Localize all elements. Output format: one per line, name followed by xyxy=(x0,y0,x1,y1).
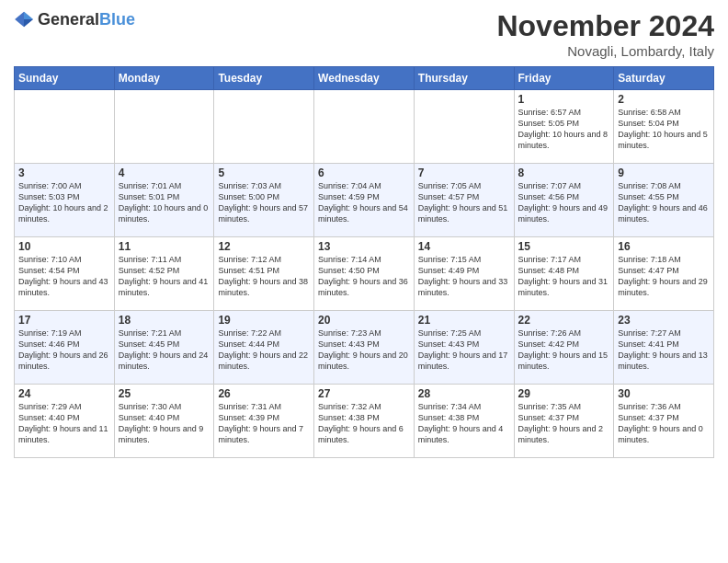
calendar-cell: 3Sunrise: 7:00 AM Sunset: 5:03 PM Daylig… xyxy=(15,164,115,237)
day-info: Sunrise: 7:04 AM Sunset: 4:59 PM Dayligh… xyxy=(318,180,410,225)
day-info: Sunrise: 7:00 AM Sunset: 5:03 PM Dayligh… xyxy=(18,180,110,225)
calendar-cell: 27Sunrise: 7:32 AM Sunset: 4:38 PM Dayli… xyxy=(314,385,415,458)
day-number: 14 xyxy=(418,240,510,253)
calendar-cell: 16Sunrise: 7:18 AM Sunset: 4:47 PM Dayli… xyxy=(614,237,714,311)
day-number: 9 xyxy=(618,167,710,179)
day-info: Sunrise: 7:22 AM Sunset: 4:44 PM Dayligh… xyxy=(218,327,310,373)
calendar-cell xyxy=(114,90,214,164)
day-number: 27 xyxy=(318,387,410,400)
location: Novagli, Lombardy, Italy xyxy=(496,43,714,59)
day-number: 20 xyxy=(318,314,410,327)
weekday-header-saturday: Saturday xyxy=(614,67,714,90)
calendar-cell: 22Sunrise: 7:26 AM Sunset: 4:42 PM Dayli… xyxy=(514,311,614,385)
calendar-cell: 8Sunrise: 7:07 AM Sunset: 4:56 PM Daylig… xyxy=(514,164,614,237)
calendar-cell: 10Sunrise: 7:10 AM Sunset: 4:54 PM Dayli… xyxy=(15,237,115,311)
day-number: 26 xyxy=(218,387,310,400)
calendar-cell: 4Sunrise: 7:01 AM Sunset: 5:01 PM Daylig… xyxy=(114,164,214,237)
calendar-week-3: 10Sunrise: 7:10 AM Sunset: 4:54 PM Dayli… xyxy=(15,237,714,311)
day-number: 16 xyxy=(618,240,710,253)
calendar-cell: 21Sunrise: 7:25 AM Sunset: 4:43 PM Dayli… xyxy=(414,311,514,385)
calendar-week-2: 3Sunrise: 7:00 AM Sunset: 5:03 PM Daylig… xyxy=(15,164,714,237)
day-number: 30 xyxy=(618,387,710,400)
day-number: 17 xyxy=(18,314,110,327)
day-number: 8 xyxy=(518,167,610,179)
weekday-header-wednesday: Wednesday xyxy=(314,67,415,90)
day-info: Sunrise: 7:15 AM Sunset: 4:49 PM Dayligh… xyxy=(418,254,510,299)
day-info: Sunrise: 7:07 AM Sunset: 4:56 PM Dayligh… xyxy=(518,180,610,225)
day-number: 6 xyxy=(318,167,410,179)
calendar-cell: 11Sunrise: 7:11 AM Sunset: 4:52 PM Dayli… xyxy=(114,237,214,311)
day-number: 11 xyxy=(119,240,210,253)
calendar-cell: 30Sunrise: 7:36 AM Sunset: 4:37 PM Dayli… xyxy=(614,385,714,458)
day-info: Sunrise: 7:25 AM Sunset: 4:43 PM Dayligh… xyxy=(418,327,510,373)
logo: GeneralBlue xyxy=(14,9,135,29)
day-info: Sunrise: 7:11 AM Sunset: 4:52 PM Dayligh… xyxy=(119,254,210,299)
day-number: 24 xyxy=(18,387,110,400)
calendar-cell xyxy=(15,90,115,164)
day-info: Sunrise: 6:57 AM Sunset: 5:05 PM Dayligh… xyxy=(518,107,610,152)
day-info: Sunrise: 7:31 AM Sunset: 4:39 PM Dayligh… xyxy=(218,401,310,446)
day-info: Sunrise: 7:35 AM Sunset: 4:37 PM Dayligh… xyxy=(518,401,610,446)
day-info: Sunrise: 7:21 AM Sunset: 4:45 PM Dayligh… xyxy=(119,327,210,373)
day-info: Sunrise: 7:14 AM Sunset: 4:50 PM Dayligh… xyxy=(318,254,410,299)
weekday-header-friday: Friday xyxy=(514,67,614,90)
weekday-header-row: SundayMondayTuesdayWednesdayThursdayFrid… xyxy=(15,67,714,90)
day-info: Sunrise: 7:26 AM Sunset: 4:42 PM Dayligh… xyxy=(518,327,610,373)
day-info: Sunrise: 7:19 AM Sunset: 4:46 PM Dayligh… xyxy=(18,327,110,373)
day-info: Sunrise: 7:05 AM Sunset: 4:57 PM Dayligh… xyxy=(418,180,510,225)
weekday-header-monday: Monday xyxy=(114,67,214,90)
day-number: 10 xyxy=(18,240,110,253)
calendar-week-4: 17Sunrise: 7:19 AM Sunset: 4:46 PM Dayli… xyxy=(15,311,714,385)
calendar-cell: 9Sunrise: 7:08 AM Sunset: 4:55 PM Daylig… xyxy=(614,164,714,237)
page-container: GeneralBlue November 2024 Novagli, Lomba… xyxy=(0,0,728,467)
day-info: Sunrise: 7:10 AM Sunset: 4:54 PM Dayligh… xyxy=(18,254,110,299)
day-info: Sunrise: 7:12 AM Sunset: 4:51 PM Dayligh… xyxy=(218,254,310,299)
calendar-cell: 13Sunrise: 7:14 AM Sunset: 4:50 PM Dayli… xyxy=(314,237,415,311)
day-info: Sunrise: 7:18 AM Sunset: 4:47 PM Dayligh… xyxy=(618,254,710,299)
calendar-cell xyxy=(414,90,514,164)
title-block: November 2024 Novagli, Lombardy, Italy xyxy=(496,9,714,59)
calendar-cell: 19Sunrise: 7:22 AM Sunset: 4:44 PM Dayli… xyxy=(214,311,314,385)
calendar-cell: 15Sunrise: 7:17 AM Sunset: 4:48 PM Dayli… xyxy=(514,237,614,311)
month-title: November 2024 xyxy=(496,9,714,43)
calendar-cell: 23Sunrise: 7:27 AM Sunset: 4:41 PM Dayli… xyxy=(614,311,714,385)
calendar-cell: 29Sunrise: 7:35 AM Sunset: 4:37 PM Dayli… xyxy=(514,385,614,458)
calendar-cell: 25Sunrise: 7:30 AM Sunset: 4:40 PM Dayli… xyxy=(114,385,214,458)
day-number: 19 xyxy=(218,314,310,327)
day-number: 12 xyxy=(218,240,310,253)
day-number: 5 xyxy=(218,167,310,179)
calendar-cell: 17Sunrise: 7:19 AM Sunset: 4:46 PM Dayli… xyxy=(15,311,115,385)
day-info: Sunrise: 7:17 AM Sunset: 4:48 PM Dayligh… xyxy=(518,254,610,299)
day-number: 2 xyxy=(618,93,710,106)
day-info: Sunrise: 7:08 AM Sunset: 4:55 PM Dayligh… xyxy=(618,180,710,225)
day-info: Sunrise: 7:34 AM Sunset: 4:38 PM Dayligh… xyxy=(418,401,510,446)
day-info: Sunrise: 7:01 AM Sunset: 5:01 PM Dayligh… xyxy=(119,180,210,225)
day-number: 21 xyxy=(418,314,510,327)
calendar-cell: 18Sunrise: 7:21 AM Sunset: 4:45 PM Dayli… xyxy=(114,311,214,385)
calendar-week-1: 1Sunrise: 6:57 AM Sunset: 5:05 PM Daylig… xyxy=(15,90,714,164)
weekday-header-thursday: Thursday xyxy=(414,67,514,90)
calendar-cell: 24Sunrise: 7:29 AM Sunset: 4:40 PM Dayli… xyxy=(15,385,115,458)
calendar-cell: 1Sunrise: 6:57 AM Sunset: 5:05 PM Daylig… xyxy=(514,90,614,164)
weekday-header-tuesday: Tuesday xyxy=(214,67,314,90)
calendar-cell: 28Sunrise: 7:34 AM Sunset: 4:38 PM Dayli… xyxy=(414,385,514,458)
day-number: 4 xyxy=(119,167,210,179)
day-number: 18 xyxy=(119,314,210,327)
calendar-table: SundayMondayTuesdayWednesdayThursdayFrid… xyxy=(14,66,714,458)
day-info: Sunrise: 6:58 AM Sunset: 5:04 PM Dayligh… xyxy=(618,107,710,152)
calendar-cell: 6Sunrise: 7:04 AM Sunset: 4:59 PM Daylig… xyxy=(314,164,415,237)
day-info: Sunrise: 7:36 AM Sunset: 4:37 PM Dayligh… xyxy=(618,401,710,446)
day-number: 23 xyxy=(618,314,710,327)
calendar-cell xyxy=(314,90,415,164)
day-number: 28 xyxy=(418,387,510,400)
calendar-week-5: 24Sunrise: 7:29 AM Sunset: 4:40 PM Dayli… xyxy=(15,385,714,458)
day-number: 15 xyxy=(518,240,610,253)
calendar-cell: 26Sunrise: 7:31 AM Sunset: 4:39 PM Dayli… xyxy=(214,385,314,458)
day-info: Sunrise: 7:30 AM Sunset: 4:40 PM Dayligh… xyxy=(119,401,210,446)
weekday-header-sunday: Sunday xyxy=(15,67,115,90)
day-number: 13 xyxy=(318,240,410,253)
day-info: Sunrise: 7:27 AM Sunset: 4:41 PM Dayligh… xyxy=(618,327,710,373)
calendar-cell: 12Sunrise: 7:12 AM Sunset: 4:51 PM Dayli… xyxy=(214,237,314,311)
day-number: 29 xyxy=(518,387,610,400)
header: GeneralBlue November 2024 Novagli, Lomba… xyxy=(14,9,714,59)
